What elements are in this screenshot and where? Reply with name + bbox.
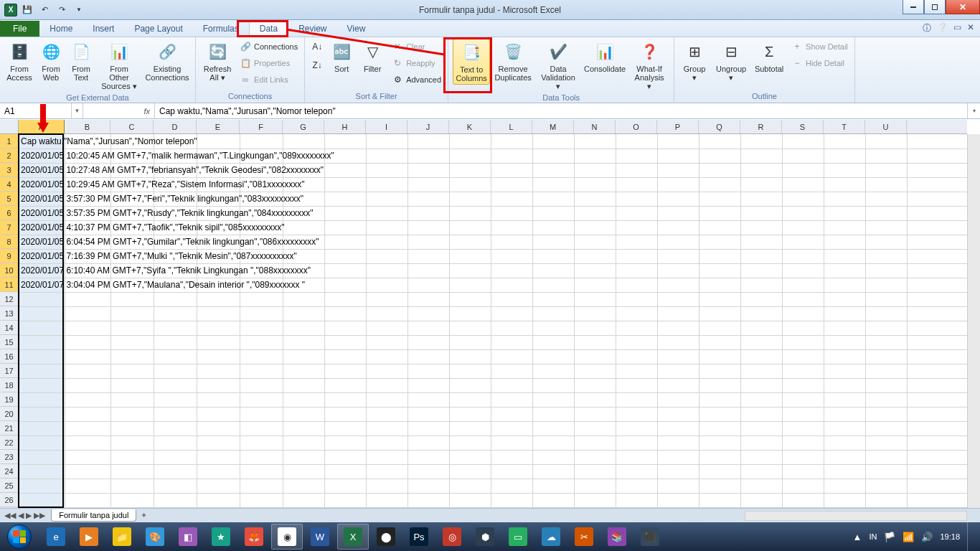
show-desktop-button[interactable] (967, 522, 976, 551)
undo-icon[interactable]: ↶ (37, 3, 52, 17)
row-header-24[interactable]: 24 (0, 464, 18, 479)
row-header-5[interactable]: 5 (0, 192, 18, 206)
select-all-corner[interactable] (0, 120, 19, 134)
tab-view[interactable]: View (337, 21, 376, 37)
tab-review[interactable]: Review (288, 21, 336, 37)
taskbar-firefox[interactable]: 🦊 (238, 524, 270, 550)
close-button[interactable]: ✕ (946, 0, 980, 14)
cell-A2[interactable]: 2020/01/05 10:20:45 AM GMT+7,"malik herm… (19, 149, 336, 163)
row-header-21[interactable]: 21 (0, 421, 18, 435)
row-header-12[interactable]: 12 (0, 292, 18, 306)
tray-volume-icon[interactable]: 🔊 (921, 532, 933, 542)
cell-A10[interactable]: 2020/01/07 6:10:40 AM GMT+7,"Syifa ","Te… (19, 263, 313, 278)
hide-detail-button[interactable]: −Hide Detail (789, 55, 850, 71)
row-header-9[interactable]: 9 (0, 249, 18, 263)
taskbar-app7[interactable]: ✂ (568, 524, 600, 550)
sheet-nav-buttons[interactable]: ◀◀ ◀ ▶ ▶▶ (0, 511, 50, 520)
fx-label[interactable]: fx (83, 103, 155, 118)
edit-links-button[interactable]: ∞Edit Links (237, 72, 300, 88)
row-header-2[interactable]: 2 (0, 149, 18, 163)
minimize-ribbon-icon[interactable]: ⓘ (923, 22, 931, 34)
column-header-K[interactable]: K (449, 120, 491, 133)
column-header-U[interactable]: U (865, 120, 907, 133)
filter-button[interactable]: ▽Filter (358, 39, 387, 75)
tab-page-layout[interactable]: Page Layout (124, 21, 192, 37)
column-header-L[interactable]: L (491, 120, 532, 133)
qat-customize-icon[interactable]: ▼ (72, 3, 86, 17)
taskbar-explorer[interactable]: 📁 (106, 524, 138, 550)
row-header-23[interactable]: 23 (0, 450, 18, 464)
row-header-15[interactable]: 15 (0, 335, 18, 349)
reapply-button[interactable]: ↻Reapply (390, 55, 443, 71)
save-icon[interactable]: 💾 (20, 3, 34, 17)
properties-button[interactable]: 📋Properties (237, 55, 300, 71)
column-header-D[interactable]: D (154, 120, 197, 133)
column-header-H[interactable]: H (324, 120, 366, 133)
help-icon[interactable]: ❔ (937, 22, 948, 34)
tab-file[interactable]: File (0, 21, 39, 37)
column-header-O[interactable]: O (616, 120, 657, 133)
new-sheet-icon[interactable]: ✦ (136, 511, 151, 520)
taskbar-photoshop[interactable]: Ps (403, 524, 435, 550)
remove-duplicates-button[interactable]: 🗑️RemoveDuplicates (493, 39, 533, 83)
taskbar-media[interactable]: ▶ (73, 524, 105, 550)
row-header-13[interactable]: 13 (0, 306, 18, 321)
column-header-Q[interactable]: Q (699, 120, 740, 133)
formula-expand-icon[interactable]: ▾ (967, 103, 980, 118)
close-doc-icon[interactable]: ✕ (967, 22, 974, 34)
formula-input[interactable]: Cap waktu,"Nama","Jurusan","Nomor telepo… (155, 103, 967, 118)
taskbar-app6[interactable]: ☁ (535, 524, 567, 550)
row-header-6[interactable]: 6 (0, 206, 18, 220)
cell-A7[interactable]: 2020/01/05 4:10:37 PM GMT+7,"Taofik","Te… (19, 220, 286, 235)
row-header-3[interactable]: 3 (0, 163, 18, 177)
from-text-button[interactable]: 📄FromText (67, 39, 95, 83)
tab-formulas[interactable]: Formulas (193, 21, 249, 37)
taskbar-app4[interactable]: ⬢ (469, 524, 501, 550)
taskbar-excel[interactable]: X (337, 524, 369, 550)
clear-filter-button[interactable]: ✕Clear (390, 39, 443, 55)
from-web-button[interactable]: 🌐FromWeb (37, 39, 65, 83)
taskbar-app1[interactable]: ◧ (172, 524, 204, 550)
row-header-26[interactable]: 26 (0, 493, 18, 507)
data-validation-button[interactable]: ✔️DataValidation ▾ (536, 39, 580, 92)
cell-A8[interactable]: 2020/01/05 6:04:54 PM GMT+7,"Gumilar","T… (19, 235, 321, 249)
refresh-all-button[interactable]: 🔄RefreshAll ▾ (200, 39, 235, 83)
start-button[interactable] (0, 522, 39, 551)
column-header-R[interactable]: R (740, 120, 782, 133)
tab-insert[interactable]: Insert (83, 21, 124, 37)
column-header-S[interactable]: S (782, 120, 824, 133)
tab-home[interactable]: Home (39, 21, 83, 37)
taskbar-paint[interactable]: 🎨 (139, 524, 171, 550)
row-header-20[interactable]: 20 (0, 407, 18, 421)
column-header-G[interactable]: G (283, 120, 324, 133)
tray-clock[interactable]: 19:18 (940, 532, 960, 541)
cell-A4[interactable]: 2020/01/05 10:29:45 AM GMT+7,"Reza","Sis… (19, 177, 306, 192)
name-box-dropdown[interactable]: ▼ (72, 103, 83, 118)
cell-A9[interactable]: 2020/01/05 7:16:39 PM GMT+7,"Mulki ","Te… (19, 249, 299, 263)
taskbar-app5[interactable]: ▭ (502, 524, 534, 550)
from-other-sources-button[interactable]: 📊From OtherSources ▾ (98, 39, 141, 92)
redo-icon[interactable]: ↷ (55, 3, 69, 17)
column-header-P[interactable]: P (657, 120, 699, 133)
taskbar-obs[interactable]: ⬤ (370, 524, 402, 550)
horizontal-scrollbar[interactable] (745, 511, 967, 521)
column-header-T[interactable]: T (824, 120, 865, 133)
row-header-8[interactable]: 8 (0, 235, 18, 249)
cell-A5[interactable]: 2020/01/05 3:57:30 PM GMT+7,"Feri","Tekn… (19, 192, 306, 206)
row-header-4[interactable]: 4 (0, 177, 18, 192)
column-header-E[interactable]: E (197, 120, 240, 133)
column-header-N[interactable]: N (574, 120, 616, 133)
column-header-J[interactable]: J (407, 120, 449, 133)
row-header-18[interactable]: 18 (0, 378, 18, 392)
what-if-button[interactable]: ❓What-IfAnalysis ▾ (629, 39, 669, 92)
taskbar-word[interactable]: W (304, 524, 336, 550)
row-header-25[interactable]: 25 (0, 479, 18, 493)
column-header-F[interactable]: F (240, 120, 283, 133)
row-header-22[interactable]: 22 (0, 435, 18, 450)
column-header-C[interactable]: C (110, 120, 154, 133)
tray-flag-icon[interactable]: 🏳️ (884, 532, 895, 542)
maximize-button[interactable] (924, 0, 946, 14)
tray-up-icon[interactable]: ▲ (853, 532, 862, 542)
tray-network-icon[interactable]: 📶 (903, 532, 914, 542)
vertical-scrollbar[interactable] (967, 134, 980, 508)
